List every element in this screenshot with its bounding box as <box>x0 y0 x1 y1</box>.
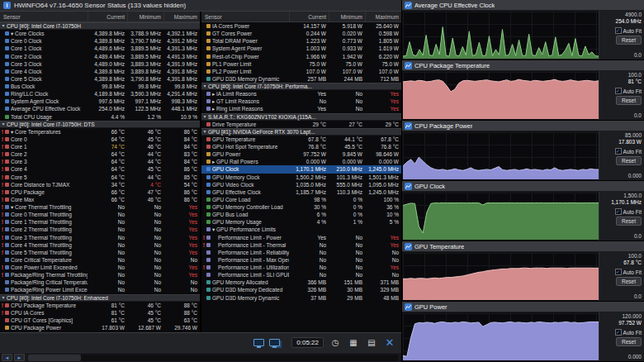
sensor-row[interactable]: Bus Clock99.8 MHz99.8 MHz99.8 MHz <box>0 83 200 90</box>
sensor-row[interactable]: Total DRAM Power1.223 W0.773 W1.805 W <box>201 37 401 45</box>
sensor-row[interactable]: ▸ GT Limit ReasonsNoNoYes <box>201 98 401 105</box>
sensor-row[interactable]: System Agent Power1.003 W0.933 W1.619 W <box>201 45 401 52</box>
reset-button[interactable]: Reset <box>616 337 642 346</box>
sensor-row[interactable]: Drive Temperature29 °C27 °C29 °C <box>201 121 401 128</box>
multi-monitor-icon[interactable] <box>269 339 280 346</box>
sensor-row[interactable]: IA Cores Power14.157 W5.918 W25.640 W <box>201 22 401 30</box>
sensor-row[interactable]: GPU Hot Spot Temperature76.8 °C45.5 °C76… <box>201 143 401 150</box>
scrollbar-track[interactable] <box>28 355 398 361</box>
sensor-row[interactable]: !Performance Limit - UtilizationNoNoYes <box>201 264 401 271</box>
sensor-row[interactable]: Package/Ring Power Limit ExceededNoNoNo <box>0 286 200 293</box>
sensor-row[interactable]: !▾ Core Temperatures66 °C46 °C86 °C <box>0 128 200 136</box>
scroll-right-button[interactable]: ► <box>14 354 25 361</box>
sensor-row[interactable]: GPU Temperature67.8 °C44.1 °C67.8 °C <box>201 136 401 143</box>
sensor-row[interactable]: !Performance Limit - ThermalNoNoYes <box>201 241 401 249</box>
reset-clock-button[interactable]: ◷ <box>329 336 342 350</box>
scroll-left-button[interactable]: ◄ <box>2 354 12 361</box>
sensor-row[interactable]: Core 0 Clock4,389.8 MHz3,790.7 MHz4,391.… <box>0 37 200 45</box>
sensor-row[interactable]: ▾ Core Clocks4,389.8 MHz3,788.9 MHz4,392… <box>0 30 200 37</box>
sensor-row[interactable]: !▾ Core Thermal ThrottlingNoNoYes <box>0 203 200 211</box>
sensor-row[interactable]: Performance Limit - Reliability VoltageN… <box>201 249 401 256</box>
auto-fit-checkbox[interactable]: ✓Auto Fit <box>615 148 642 155</box>
reset-button[interactable]: Reset <box>616 36 642 45</box>
sensor-row[interactable]: GPU Clock1,170.1 MHz210.0 MHz1,245.0 MHz <box>201 165 401 173</box>
section-header-row[interactable]: ▾CPU [#0]: Intel Core i7-10750H: Perform… <box>201 83 401 90</box>
sensor-row[interactable]: GT Cores Power0.244 W0.020 W0.598 W <box>201 30 401 37</box>
sensor-row[interactable]: GPU D3D Memory Dedicated326 MB30 MB329 M… <box>201 286 401 293</box>
column-header-maximum[interactable]: Maximum <box>163 12 200 22</box>
sensor-row[interactable]: Performance Limit - SLI GPUBoost SyncNoN… <box>201 271 401 279</box>
column-header-minimum[interactable]: Minimum <box>127 12 163 22</box>
section-header-row[interactable]: ▾CPU [#0]: Intel Core i7-10750H: DTS <box>0 121 200 128</box>
sensor-row[interactable]: Core 3 Clock4,489.0 MHz3,889.3 MHz4,391.… <box>0 60 200 68</box>
sensor-row[interactable]: Rest-of-Chip Power1.966 W1.942 W6.220 W <box>201 53 401 60</box>
sensor-row[interactable]: !Core 1 Thermal ThrottlingNoNoYes <box>0 218 200 226</box>
sensor-row[interactable]: !CPU Package66 °C47 °C86 °C <box>0 188 200 196</box>
sensor-row[interactable]: GPU D3D Memory Dynamic37 MB29 MB48 MB <box>201 294 401 302</box>
reset-button[interactable]: Reset <box>616 156 642 165</box>
sensor-row[interactable]: !Core 064 °C45 °C84 °C <box>0 136 200 143</box>
column-header-maximum[interactable]: Maximum <box>365 12 401 22</box>
column-header-current[interactable]: Current <box>289 12 329 22</box>
sensor-row[interactable]: !Core Distance to TJMAX34 °C4 °C54 °C <box>0 181 200 188</box>
auto-fit-checkbox[interactable]: ✓Auto Fit <box>615 88 642 94</box>
collapse-icon[interactable]: ▾ <box>201 128 208 136</box>
collapse-icon[interactable]: ▾ <box>0 22 7 30</box>
sensor-row[interactable]: !Core 174 °C46 °C84 °C <box>0 143 200 150</box>
graph-panel-titlebar[interactable]: GPU Temperature <box>402 241 644 252</box>
sensor-row[interactable]: GPU Memory Usage4 %1 %5 % <box>201 218 401 226</box>
sensor-row[interactable]: PL1 Power Limit75.0 W75.0 W75.0 W <box>201 60 401 68</box>
sensor-row[interactable]: ▸ Ring Limit ReasonsYesNoYes <box>201 105 401 112</box>
sensor-row[interactable]: Ring/LLC Clock4,189.8 MHz3,590.3 MHz4,29… <box>0 90 200 98</box>
sensor-row[interactable]: System Agent Clock997.6 MHz997.1 MHz998.… <box>0 98 200 105</box>
collapse-icon[interactable]: ▾ <box>0 294 7 302</box>
auto-fit-checkbox[interactable]: ✓Auto Fit <box>615 208 642 215</box>
horizontal-scrollbar[interactable]: ◄ ► <box>0 352 401 362</box>
reset-button[interactable]: Reset <box>616 96 642 105</box>
sensor-row[interactable]: Core 1 Clock4,489.6 MHz3,889.5 MHz4,391.… <box>0 45 200 52</box>
sensor-row[interactable]: !Core 464 °C45 °C86 °C <box>0 165 200 173</box>
sensor-row[interactable]: !Package/Ring Thermal ThrottlingNoNoYes <box>0 271 200 279</box>
sensor-row[interactable]: !Core 264 °C44 °C83 °C <box>0 150 200 158</box>
sensor-row[interactable]: !Core 2 Thermal ThrottlingNoNoYes <box>0 226 200 233</box>
auto-fit-checkbox[interactable]: ✓Auto Fit <box>615 27 642 34</box>
report-button[interactable]: ▤ <box>365 336 378 350</box>
sensor-row[interactable]: !Core 364 °C44 °C84 °C <box>0 158 200 165</box>
sensor-row[interactable]: !CPU Package Temperature81 °C46 °C88 °C <box>0 302 200 309</box>
graph-panel-titlebar[interactable]: CPU Package Power <box>402 121 644 131</box>
graph-panel-titlebar[interactable]: GPU Clock <box>402 181 644 192</box>
sensor-row[interactable]: Average CPU Effective Clock254.0 MHz122.… <box>0 105 200 112</box>
sensor-row[interactable]: Core 5 Clock4,389.8 MHz3,790.8 MHz4,391.… <box>0 75 200 83</box>
window-titlebar[interactable]: i HWiNFO64 v7.16-4650 Sensor Status (133… <box>0 0 401 12</box>
sensor-row[interactable]: ▸ IA Limit ReasonsYesNoYes <box>201 90 401 98</box>
column-header-minimum[interactable]: Minimum <box>329 12 365 22</box>
collapse-icon[interactable]: ▾ <box>0 121 7 128</box>
sensor-row[interactable]: PL2 Power Limit107.0 W107.0 W107.0 W <box>201 68 401 75</box>
column-header-current[interactable]: Current <box>88 12 127 22</box>
layout-button[interactable]: ▦ <box>347 336 360 350</box>
sensor-row[interactable]: !Core 0 Thermal ThrottlingNoNoYes <box>0 211 200 218</box>
section-header-row[interactable]: ▾CPU [#0]: Intel Core i7-10750H <box>0 22 200 30</box>
sensor-row[interactable]: !Core 564 °C44 °C85 °C <box>0 174 200 181</box>
section-header-row[interactable]: ▾S.M.A.R.T.: KXG60ZNV1T02 KIOXIA (115A..… <box>201 113 401 121</box>
close-button[interactable]: ✕ <box>383 336 396 350</box>
sensor-row[interactable]: GPU D3D Memory Dynamic257 MB244 MB712 MB <box>201 75 401 83</box>
column-header-sensor[interactable]: Sensor <box>0 14 88 20</box>
graph-panel-titlebar[interactable]: GPU Power <box>402 302 644 312</box>
sensor-row[interactable]: !CPU IA Cores81 °C45 °C88 °C <box>0 309 200 317</box>
sensor-row[interactable]: Core 2 Clock4,489.4 MHz3,889.5 MHz4,491.… <box>0 53 200 60</box>
graph-panel-titlebar[interactable]: Average CPU Effective Clock <box>402 0 644 11</box>
sensor-row[interactable]: GPU Power97.752 W9.845 W98.646 W <box>201 150 401 158</box>
auto-fit-checkbox[interactable]: ✓Auto Fit <box>615 329 642 336</box>
remote-monitor-icon[interactable] <box>253 339 264 346</box>
sensor-row[interactable]: GPU Bus Load6 %0 %10 % <box>201 211 401 218</box>
sensor-row[interactable]: Core 4 Clock4,389.8 MHz3,889.8 MHz4,391.… <box>0 68 200 75</box>
sensor-row[interactable]: Performance Limit - Max Operating Vol...… <box>201 256 401 264</box>
sensor-row[interactable]: ▾ GPU Performance Limits <box>201 226 401 233</box>
sensor-row[interactable]: !Core 3 Thermal ThrottlingNoNoYes <box>0 234 200 241</box>
graph-panel-titlebar[interactable]: CPU Package Temperature <box>402 60 644 71</box>
sensor-row[interactable]: CPU GT Cores [Graphics]61 °C45 °C63 °C <box>0 317 200 324</box>
sensor-row[interactable]: GPU Effective Clock1,185.7 MHz110.3 MHz1… <box>201 188 401 196</box>
section-header-row[interactable]: ▾GPU [#1]: NVIDIA GeForce RTX 3070 Lapt.… <box>201 128 401 136</box>
sensor-row[interactable]: ▸ GPU Rail Powers0.000 W0.000 W0.000 W <box>201 158 401 165</box>
